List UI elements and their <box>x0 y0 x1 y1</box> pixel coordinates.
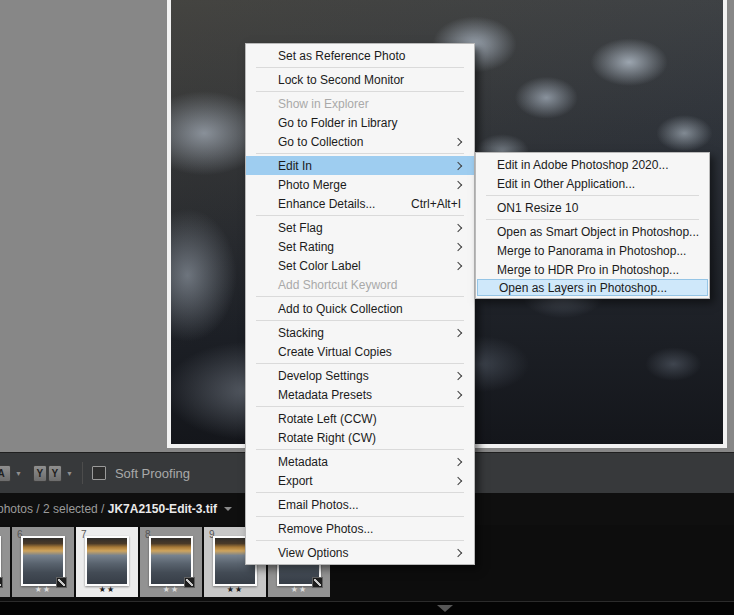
menu-item-label: View Options <box>278 546 348 560</box>
menu-item-remove-photos[interactable]: Remove Photos... <box>246 519 474 538</box>
dropdown-arrow-icon[interactable]: ▼ <box>66 470 73 477</box>
star-rating: ★★ <box>140 585 202 594</box>
menu-separator <box>256 516 464 517</box>
menu-item-export[interactable]: Export <box>246 471 474 490</box>
submenu-arrow-icon <box>454 242 462 250</box>
submenu-arrow-icon <box>454 223 462 231</box>
context-menu: Set as Reference Photo Lock to Second Mo… <box>245 43 475 565</box>
menu-item-label: Metadata <box>278 455 328 469</box>
menu-item-on1-resize-10[interactable]: ON1 Resize 10 <box>476 198 709 217</box>
menu-item-go-to-collection[interactable]: Go to Collection <box>246 132 474 151</box>
menu-item-create-virtual-copies[interactable]: Create Virtual Copies <box>246 342 474 361</box>
menu-item-label: Merge to Panorama in Photoshop... <box>497 244 686 258</box>
menu-item-label: Show in Explorer <box>278 97 369 111</box>
menu-item-merge-to-panorama-in-photoshop[interactable]: Merge to Panorama in Photoshop... <box>476 241 709 260</box>
menu-item-label: Stacking <box>278 326 324 340</box>
submenu-arrow-icon <box>454 371 462 379</box>
breadcrumb-filename[interactable]: JK7A2150-Edit-3.tif <box>108 502 217 516</box>
menu-item-edit-in-adobe-photoshop-2020[interactable]: Edit in Adobe Photoshop 2020... <box>476 155 709 174</box>
menu-item-email-photos[interactable]: Email Photos... <box>246 495 474 514</box>
soft-proofing-checkbox[interactable] <box>92 466 106 480</box>
menu-item-label: ON1 Resize 10 <box>497 201 578 215</box>
menu-item-edit-in-other-application[interactable]: Edit in Other Application... <box>476 174 709 193</box>
panel-collapse-arrow-icon[interactable] <box>437 605 453 612</box>
soft-proofing-label: Soft Proofing <box>115 466 190 481</box>
menu-item-add-to-quick-collection[interactable]: Add to Quick Collection <box>246 299 474 318</box>
menu-item-open-as-layers-in-photoshop[interactable]: Open as Layers in Photoshop... <box>477 279 708 296</box>
menu-item-view-options[interactable]: View Options <box>246 543 474 562</box>
menu-item-label: Create Virtual Copies <box>278 345 392 359</box>
menu-item-merge-to-hdr-pro-in-photoshop[interactable]: Merge to HDR Pro in Photoshop... <box>476 260 709 279</box>
photo-thumbnail <box>85 536 129 586</box>
menu-item-label: Go to Collection <box>278 135 363 149</box>
submenu-arrow-icon <box>454 548 462 556</box>
menu-item-label: Lock to Second Monitor <box>278 73 404 87</box>
menu-item-add-shortcut-keyword: Add Shortcut Keyword <box>246 275 474 294</box>
menu-item-label: Set Color Label <box>278 259 361 273</box>
menu-item-label: Export <box>278 474 313 488</box>
breadcrumb-path: photos / 2 selected / <box>0 502 108 516</box>
submenu-arrow-icon <box>454 180 462 188</box>
menu-item-label: Edit in Adobe Photoshop 2020... <box>497 158 668 172</box>
menu-item-open-as-smart-object-in-photoshop[interactable]: Open as Smart Object in Photoshop... <box>476 222 709 241</box>
menu-separator <box>256 363 464 364</box>
filmstrip-cell-selected[interactable]: 7 ★★ <box>76 527 138 597</box>
menu-item-metadata[interactable]: Metadata <box>246 452 474 471</box>
menu-item-photo-merge[interactable]: Photo Merge <box>246 175 474 194</box>
menu-item-go-to-folder-in-library[interactable]: Go to Folder in Library <box>246 113 474 132</box>
edit-in-submenu: Edit in Adobe Photoshop 2020... Edit in … <box>475 152 710 299</box>
before-view-button[interactable]: Y <box>33 465 47 482</box>
menu-item-set-flag[interactable]: Set Flag <box>246 218 474 237</box>
star-rating: ★★ <box>12 585 74 594</box>
menu-item-rotate-right-cw[interactable]: Rotate Right (CW) <box>246 428 474 447</box>
star-rating: ★★ <box>76 585 138 594</box>
menu-separator <box>256 91 464 92</box>
menu-separator <box>256 296 464 297</box>
menu-item-label: Email Photos... <box>278 498 359 512</box>
menu-item-set-rating[interactable]: Set Rating <box>246 237 474 256</box>
menu-separator <box>256 67 464 68</box>
menu-item-label: Develop Settings <box>278 369 369 383</box>
menu-separator <box>256 320 464 321</box>
filmstrip-cell[interactable]: 8 ★★ <box>140 527 202 597</box>
filmstrip-cell[interactable] <box>0 527 10 597</box>
menu-item-rotate-left-ccw[interactable]: Rotate Left (CCW) <box>246 409 474 428</box>
menu-item-label: Rotate Right (CW) <box>278 431 376 445</box>
menu-item-label: Rotate Left (CCW) <box>278 412 377 426</box>
menu-item-label: Photo Merge <box>278 178 347 192</box>
menu-item-label: Go to Folder in Library <box>278 116 397 130</box>
chevron-down-icon[interactable] <box>224 507 232 511</box>
menu-separator <box>486 195 699 196</box>
photo-thumbnail <box>21 536 65 586</box>
menu-item-label: Merge to HDR Pro in Photoshop... <box>497 263 679 277</box>
menu-separator <box>256 492 464 493</box>
menu-item-label: Add to Quick Collection <box>278 302 403 316</box>
menu-item-show-in-explorer: Show in Explorer <box>246 94 474 113</box>
menu-separator <box>256 153 464 154</box>
submenu-arrow-icon <box>454 137 462 145</box>
menu-item-label: Edit in Other Application... <box>497 177 635 191</box>
menu-item-set-color-label[interactable]: Set Color Label <box>246 256 474 275</box>
menu-item-lock-to-second-monitor[interactable]: Lock to Second Monitor <box>246 70 474 89</box>
submenu-arrow-icon <box>454 390 462 398</box>
reference-view-button[interactable]: A <box>0 465 11 482</box>
filmstrip-cell[interactable]: 6 ★★ <box>12 527 74 597</box>
menu-item-edit-in[interactable]: Edit In <box>246 156 474 175</box>
after-view-button[interactable]: Y <box>48 465 62 482</box>
menu-item-label: Set Rating <box>278 240 334 254</box>
menu-separator <box>256 406 464 407</box>
menu-separator <box>256 215 464 216</box>
menu-item-label: Set as Reference Photo <box>278 49 405 63</box>
dropdown-arrow-icon[interactable]: ▼ <box>15 470 22 477</box>
submenu-arrow-icon <box>454 476 462 484</box>
menu-item-metadata-presets[interactable]: Metadata Presets <box>246 385 474 404</box>
menu-item-set-as-reference-photo[interactable]: Set as Reference Photo <box>246 46 474 65</box>
toolbar-divider <box>82 462 83 484</box>
menu-item-enhance-details[interactable]: Enhance Details... Ctrl+Alt+I <box>246 194 474 213</box>
menu-item-develop-settings[interactable]: Develop Settings <box>246 366 474 385</box>
star-rating: ★★ <box>204 585 266 594</box>
menu-item-shortcut: Ctrl+Alt+I <box>411 197 461 211</box>
submenu-arrow-icon <box>454 328 462 336</box>
menu-item-label: Edit In <box>278 159 312 173</box>
menu-item-stacking[interactable]: Stacking <box>246 323 474 342</box>
